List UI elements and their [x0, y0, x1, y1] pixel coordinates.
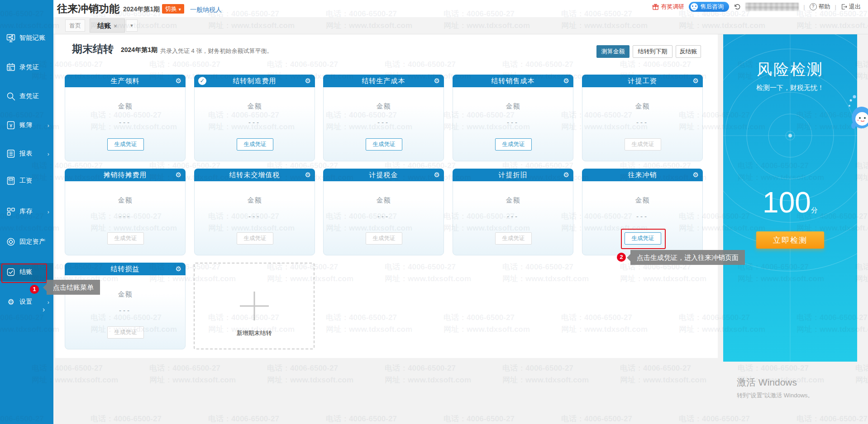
sidebar-item-结账[interactable]: 结账 — [0, 263, 53, 281]
watermark-text: 电话：4006-6500-27网址：www.tdxsoft.com — [679, 413, 765, 424]
sidebar-item-工资[interactable]: 工资 — [0, 172, 53, 190]
sidebar-item-报表[interactable]: 报表 › — [0, 145, 53, 163]
card-title: 计提税金 — [323, 169, 444, 181]
generate-voucher-button[interactable]: 生成凭证 — [625, 232, 661, 245]
generate-voucher-button[interactable]: 生成凭证 — [237, 138, 273, 151]
sidebar-item-固定资产[interactable]: 固定资产 — [0, 233, 53, 251]
voucher-search-icon — [6, 91, 16, 101]
watermark-text: 电话：4006-6500-27网址：www.tdxsoft.com — [326, 413, 412, 424]
generate-voucher-button: 生成凭证 — [625, 138, 661, 151]
watermark-text: 电话：4006-6500-27网址：www.tdxsoft.com — [796, 413, 868, 424]
watermark-text: 电话：4006-6500-27网址：www.tdxsoft.com — [385, 363, 471, 386]
top-header: 往来冲销功能 2024年第1期 切换 ▾ 一般纳税人 有奖调研 售后咨询 | ?… — [53, 0, 868, 17]
watermark-text: 电话：4006-6500-27网址：www.tdxsoft.com — [561, 413, 648, 424]
sidebar-item-label: 设置 — [19, 298, 33, 306]
amount-label: 金额 — [453, 102, 573, 111]
carryover-card-结转未交增值税: ✓ 结转未交增值税 ⚙ 金额 --- 生成凭证 — [194, 169, 315, 255]
gift-icon — [652, 4, 659, 10]
watermark-text: 电话：4006-6500-27网址：www.tdxsoft.com — [208, 413, 295, 424]
amount-label: 金额 — [324, 196, 444, 205]
gear-icon[interactable]: ⚙ — [693, 169, 699, 181]
risk-title: 风险检测 — [723, 59, 857, 80]
tab-list-dropdown[interactable]: ▾ — [126, 19, 138, 32]
generate-voucher-button[interactable]: 生成凭证 — [366, 138, 402, 151]
watermark-text: 电话：4006-6500-27网址：www.tdxsoft.com — [855, 160, 868, 184]
salary-icon — [6, 176, 16, 186]
sidebar-item-智能记账[interactable]: 智能记账 — [0, 29, 53, 47]
generate-voucher-button: 生成凭证 — [107, 232, 144, 245]
reverse-closing-button[interactable]: 反结账 — [676, 45, 701, 58]
amount-value: --- — [65, 118, 185, 126]
tab-bar: 首页 结账× ▾ — [53, 17, 868, 34]
undo-icon[interactable] — [734, 3, 741, 10]
sidebar-item-账簿[interactable]: ¥ 账簿 › — [0, 116, 53, 134]
chevron-right-icon: › — [48, 208, 49, 215]
sidebar-item-label: 录凭证 — [19, 63, 39, 71]
gear-icon[interactable]: ⚙ — [305, 169, 311, 181]
risk-check-panel: 风险检测 检测一下，财税无忧！ 100分 立即检测 — [723, 33, 857, 362]
amount-label: 金额 — [65, 196, 185, 205]
sidebar-item-录凭证[interactable]: 录凭证 — [0, 58, 53, 76]
gear-icon[interactable]: ⚙ — [563, 75, 569, 87]
gear-icon[interactable]: ⚙ — [434, 169, 440, 181]
generate-voucher-button[interactable]: 生成凭证 — [495, 138, 532, 151]
card-title: 计提工资 — [582, 75, 703, 87]
gear-icon[interactable]: ⚙ — [176, 75, 181, 87]
sidebar-collapse-chevron[interactable]: › — [43, 306, 45, 314]
gear-icon[interactable]: ⚙ — [693, 75, 699, 87]
amount-label: 金额 — [65, 290, 185, 299]
inventory-icon — [6, 207, 16, 217]
sidebar-item-label: 账簿 — [19, 121, 33, 129]
fixed-assets-icon — [6, 237, 16, 247]
amount-label: 金额 — [582, 196, 702, 205]
gear-icon[interactable]: ⚙ — [305, 75, 311, 87]
survey-link[interactable]: 有奖调研 — [652, 3, 684, 11]
sidebar-item-设置[interactable]: ⚙ 设置 › — [0, 293, 53, 311]
carryover-card-计提折旧: ✓ 计提折旧 ⚙ 金额 --- 生成凭证 — [453, 169, 573, 255]
sidebar-item-label: 结账 — [19, 268, 33, 276]
add-carryover-card[interactable]: 新增期末结转 — [194, 263, 315, 349]
question-circle-icon: ? — [810, 3, 817, 10]
help-link[interactable]: ?帮助 — [810, 3, 830, 11]
carry-to-next-period-button[interactable]: 结转到下期 — [633, 45, 672, 58]
switch-period-button[interactable]: 切换 ▾ — [162, 4, 184, 14]
amount-label: 金额 — [582, 102, 702, 111]
amount-value: --- — [324, 212, 444, 220]
calculate-amount-button[interactable]: 测算金额 — [596, 45, 630, 58]
watermark-text: 电话：4006-6500-27网址：www.tdxsoft.com — [502, 363, 589, 386]
after-sales-support-button[interactable]: 售后咨询 — [689, 2, 729, 12]
carryover-card-计提税金: ✓ 计提税金 ⚙ 金额 --- 生成凭证 — [323, 169, 444, 255]
risk-score: 100分 — [723, 186, 857, 219]
generate-voucher-button: 生成凭证 — [366, 232, 402, 245]
carryover-card-结转销售成本: ✓ 结转销售成本 ⚙ 金额 --- 生成凭证 — [453, 75, 573, 161]
close-tab-icon[interactable]: × — [114, 23, 117, 29]
amount-label: 金额 — [324, 102, 444, 111]
gear-icon[interactable]: ⚙ — [563, 169, 569, 181]
gear-icon[interactable]: ⚙ — [176, 263, 181, 275]
gear-icon[interactable]: ⚙ — [176, 169, 181, 181]
sidebar-item-label: 智能记账 — [19, 34, 46, 42]
check-now-button[interactable]: 立即检测 — [756, 231, 824, 249]
section-summary: 共录入凭证 4 张，财务初始余额试算平衡。 — [160, 47, 272, 55]
tab-home[interactable]: 首页 — [65, 19, 85, 32]
sidebar-item-查凭证[interactable]: 查凭证 — [0, 87, 53, 105]
card-title: 结转未交增值税 — [194, 169, 315, 181]
gear-icon[interactable]: ⚙ — [434, 75, 440, 87]
amount-value: --- — [195, 212, 315, 220]
watermark-text: 电话：4006-6500-27网址：www.tdxsoft.com — [91, 413, 177, 424]
caret-down-icon: ▾ — [179, 7, 181, 12]
tab-closing-active[interactable]: 结账× — [90, 19, 125, 33]
chevron-right-icon: › — [48, 151, 49, 157]
amount-label: 金额 — [195, 196, 315, 205]
taxpayer-type-link[interactable]: 一般纳税人 — [190, 6, 222, 14]
watermark-text: 电话：4006-6500-27网址：www.tdxsoft.com — [444, 413, 530, 424]
chevron-right-icon: › — [48, 122, 49, 129]
card-title: 往来冲销 — [582, 169, 703, 181]
svg-text:¥: ¥ — [9, 123, 13, 128]
generate-voucher-button[interactable]: 生成凭证 — [107, 138, 144, 151]
sidebar-item-库存[interactable]: 库存 › — [0, 203, 53, 221]
sidebar: 智能记账 录凭证 查凭证 ¥ 账簿 › 报表 › 工资 库存 › 固定资产 结账… — [0, 0, 53, 424]
report-icon — [6, 149, 16, 159]
logout-link[interactable]: 退出 — [841, 3, 861, 11]
sidebar-item-label: 工资 — [19, 177, 33, 185]
